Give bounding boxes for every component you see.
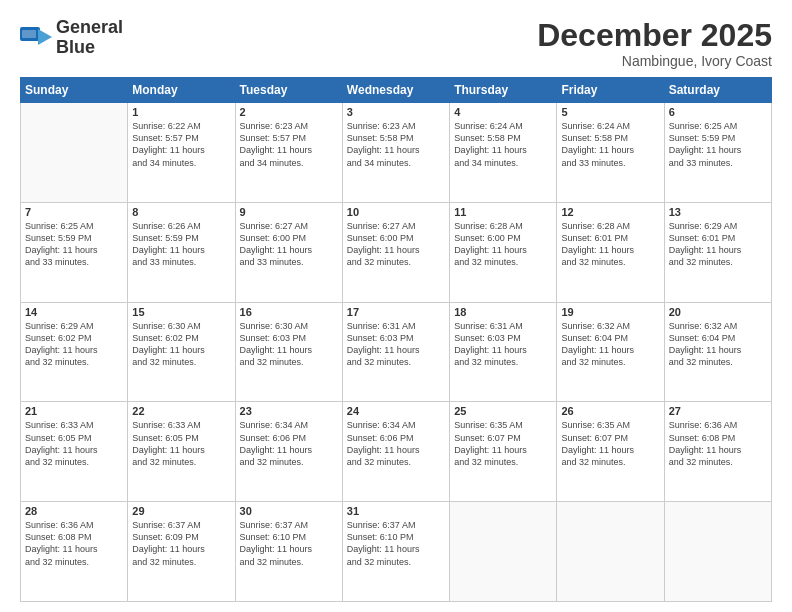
calendar-cell: 25Sunrise: 6:35 AM Sunset: 6:07 PM Dayli… xyxy=(450,402,557,502)
day-info: Sunrise: 6:26 AM Sunset: 5:59 PM Dayligh… xyxy=(132,220,230,269)
day-number: 25 xyxy=(454,405,552,417)
calendar-cell: 10Sunrise: 6:27 AM Sunset: 6:00 PM Dayli… xyxy=(342,202,449,302)
calendar-week-5: 28Sunrise: 6:36 AM Sunset: 6:08 PM Dayli… xyxy=(21,502,772,602)
calendar-cell: 26Sunrise: 6:35 AM Sunset: 6:07 PM Dayli… xyxy=(557,402,664,502)
calendar-cell: 27Sunrise: 6:36 AM Sunset: 6:08 PM Dayli… xyxy=(664,402,771,502)
day-number: 22 xyxy=(132,405,230,417)
day-info: Sunrise: 6:35 AM Sunset: 6:07 PM Dayligh… xyxy=(454,419,552,468)
calendar-cell xyxy=(450,502,557,602)
day-number: 21 xyxy=(25,405,123,417)
day-info: Sunrise: 6:28 AM Sunset: 6:00 PM Dayligh… xyxy=(454,220,552,269)
calendar-header-friday: Friday xyxy=(557,78,664,103)
calendar-cell: 6Sunrise: 6:25 AM Sunset: 5:59 PM Daylig… xyxy=(664,103,771,203)
calendar-cell: 29Sunrise: 6:37 AM Sunset: 6:09 PM Dayli… xyxy=(128,502,235,602)
day-info: Sunrise: 6:30 AM Sunset: 6:03 PM Dayligh… xyxy=(240,320,338,369)
calendar-cell: 23Sunrise: 6:34 AM Sunset: 6:06 PM Dayli… xyxy=(235,402,342,502)
day-number: 2 xyxy=(240,106,338,118)
calendar-cell: 8Sunrise: 6:26 AM Sunset: 5:59 PM Daylig… xyxy=(128,202,235,302)
day-info: Sunrise: 6:25 AM Sunset: 5:59 PM Dayligh… xyxy=(25,220,123,269)
calendar-cell: 21Sunrise: 6:33 AM Sunset: 6:05 PM Dayli… xyxy=(21,402,128,502)
logo: General Blue xyxy=(20,18,123,58)
day-number: 31 xyxy=(347,505,445,517)
calendar-week-3: 14Sunrise: 6:29 AM Sunset: 6:02 PM Dayli… xyxy=(21,302,772,402)
calendar-cell: 19Sunrise: 6:32 AM Sunset: 6:04 PM Dayli… xyxy=(557,302,664,402)
header: General Blue December 2025 Nambingue, Iv… xyxy=(20,18,772,69)
calendar-cell: 16Sunrise: 6:30 AM Sunset: 6:03 PM Dayli… xyxy=(235,302,342,402)
day-number: 23 xyxy=(240,405,338,417)
calendar-cell: 31Sunrise: 6:37 AM Sunset: 6:10 PM Dayli… xyxy=(342,502,449,602)
calendar-week-2: 7Sunrise: 6:25 AM Sunset: 5:59 PM Daylig… xyxy=(21,202,772,302)
calendar-cell: 13Sunrise: 6:29 AM Sunset: 6:01 PM Dayli… xyxy=(664,202,771,302)
day-info: Sunrise: 6:23 AM Sunset: 5:58 PM Dayligh… xyxy=(347,120,445,169)
calendar-cell: 28Sunrise: 6:36 AM Sunset: 6:08 PM Dayli… xyxy=(21,502,128,602)
calendar-header-sunday: Sunday xyxy=(21,78,128,103)
calendar-header-wednesday: Wednesday xyxy=(342,78,449,103)
day-info: Sunrise: 6:28 AM Sunset: 6:01 PM Dayligh… xyxy=(561,220,659,269)
day-number: 5 xyxy=(561,106,659,118)
day-number: 8 xyxy=(132,206,230,218)
day-info: Sunrise: 6:24 AM Sunset: 5:58 PM Dayligh… xyxy=(454,120,552,169)
day-info: Sunrise: 6:30 AM Sunset: 6:02 PM Dayligh… xyxy=(132,320,230,369)
calendar-header-saturday: Saturday xyxy=(664,78,771,103)
calendar-cell: 24Sunrise: 6:34 AM Sunset: 6:06 PM Dayli… xyxy=(342,402,449,502)
day-info: Sunrise: 6:35 AM Sunset: 6:07 PM Dayligh… xyxy=(561,419,659,468)
day-number: 27 xyxy=(669,405,767,417)
day-number: 17 xyxy=(347,306,445,318)
day-number: 20 xyxy=(669,306,767,318)
day-info: Sunrise: 6:32 AM Sunset: 6:04 PM Dayligh… xyxy=(561,320,659,369)
day-number: 19 xyxy=(561,306,659,318)
calendar-cell: 1Sunrise: 6:22 AM Sunset: 5:57 PM Daylig… xyxy=(128,103,235,203)
calendar-table: SundayMondayTuesdayWednesdayThursdayFrid… xyxy=(20,77,772,602)
calendar-cell: 11Sunrise: 6:28 AM Sunset: 6:00 PM Dayli… xyxy=(450,202,557,302)
day-info: Sunrise: 6:33 AM Sunset: 6:05 PM Dayligh… xyxy=(132,419,230,468)
day-info: Sunrise: 6:24 AM Sunset: 5:58 PM Dayligh… xyxy=(561,120,659,169)
day-number: 29 xyxy=(132,505,230,517)
day-number: 6 xyxy=(669,106,767,118)
calendar-cell: 9Sunrise: 6:27 AM Sunset: 6:00 PM Daylig… xyxy=(235,202,342,302)
day-number: 11 xyxy=(454,206,552,218)
day-info: Sunrise: 6:34 AM Sunset: 6:06 PM Dayligh… xyxy=(240,419,338,468)
calendar-header-thursday: Thursday xyxy=(450,78,557,103)
logo-icon xyxy=(20,27,52,49)
calendar-cell: 5Sunrise: 6:24 AM Sunset: 5:58 PM Daylig… xyxy=(557,103,664,203)
svg-rect-2 xyxy=(22,30,36,38)
location: Nambingue, Ivory Coast xyxy=(537,53,772,69)
calendar-week-1: 1Sunrise: 6:22 AM Sunset: 5:57 PM Daylig… xyxy=(21,103,772,203)
day-info: Sunrise: 6:29 AM Sunset: 6:02 PM Dayligh… xyxy=(25,320,123,369)
calendar-header-tuesday: Tuesday xyxy=(235,78,342,103)
day-number: 10 xyxy=(347,206,445,218)
day-number: 7 xyxy=(25,206,123,218)
page: General Blue December 2025 Nambingue, Iv… xyxy=(0,0,792,612)
day-number: 28 xyxy=(25,505,123,517)
day-info: Sunrise: 6:36 AM Sunset: 6:08 PM Dayligh… xyxy=(25,519,123,568)
calendar-header-row: SundayMondayTuesdayWednesdayThursdayFrid… xyxy=(21,78,772,103)
day-info: Sunrise: 6:33 AM Sunset: 6:05 PM Dayligh… xyxy=(25,419,123,468)
calendar-header-monday: Monday xyxy=(128,78,235,103)
day-info: Sunrise: 6:37 AM Sunset: 6:10 PM Dayligh… xyxy=(347,519,445,568)
calendar-cell: 12Sunrise: 6:28 AM Sunset: 6:01 PM Dayli… xyxy=(557,202,664,302)
day-number: 9 xyxy=(240,206,338,218)
day-number: 13 xyxy=(669,206,767,218)
calendar-cell xyxy=(557,502,664,602)
calendar-cell: 30Sunrise: 6:37 AM Sunset: 6:10 PM Dayli… xyxy=(235,502,342,602)
day-number: 15 xyxy=(132,306,230,318)
calendar-cell: 15Sunrise: 6:30 AM Sunset: 6:02 PM Dayli… xyxy=(128,302,235,402)
day-info: Sunrise: 6:27 AM Sunset: 6:00 PM Dayligh… xyxy=(347,220,445,269)
day-info: Sunrise: 6:22 AM Sunset: 5:57 PM Dayligh… xyxy=(132,120,230,169)
day-info: Sunrise: 6:31 AM Sunset: 6:03 PM Dayligh… xyxy=(347,320,445,369)
day-number: 26 xyxy=(561,405,659,417)
day-number: 16 xyxy=(240,306,338,318)
calendar-cell: 18Sunrise: 6:31 AM Sunset: 6:03 PM Dayli… xyxy=(450,302,557,402)
calendar-cell: 4Sunrise: 6:24 AM Sunset: 5:58 PM Daylig… xyxy=(450,103,557,203)
calendar-cell: 17Sunrise: 6:31 AM Sunset: 6:03 PM Dayli… xyxy=(342,302,449,402)
calendar-cell: 14Sunrise: 6:29 AM Sunset: 6:02 PM Dayli… xyxy=(21,302,128,402)
day-info: Sunrise: 6:29 AM Sunset: 6:01 PM Dayligh… xyxy=(669,220,767,269)
calendar-cell: 2Sunrise: 6:23 AM Sunset: 5:57 PM Daylig… xyxy=(235,103,342,203)
title-block: December 2025 Nambingue, Ivory Coast xyxy=(537,18,772,69)
logo-blue: Blue xyxy=(56,37,95,57)
day-number: 12 xyxy=(561,206,659,218)
day-info: Sunrise: 6:27 AM Sunset: 6:00 PM Dayligh… xyxy=(240,220,338,269)
calendar-cell xyxy=(664,502,771,602)
calendar-cell: 22Sunrise: 6:33 AM Sunset: 6:05 PM Dayli… xyxy=(128,402,235,502)
day-info: Sunrise: 6:25 AM Sunset: 5:59 PM Dayligh… xyxy=(669,120,767,169)
